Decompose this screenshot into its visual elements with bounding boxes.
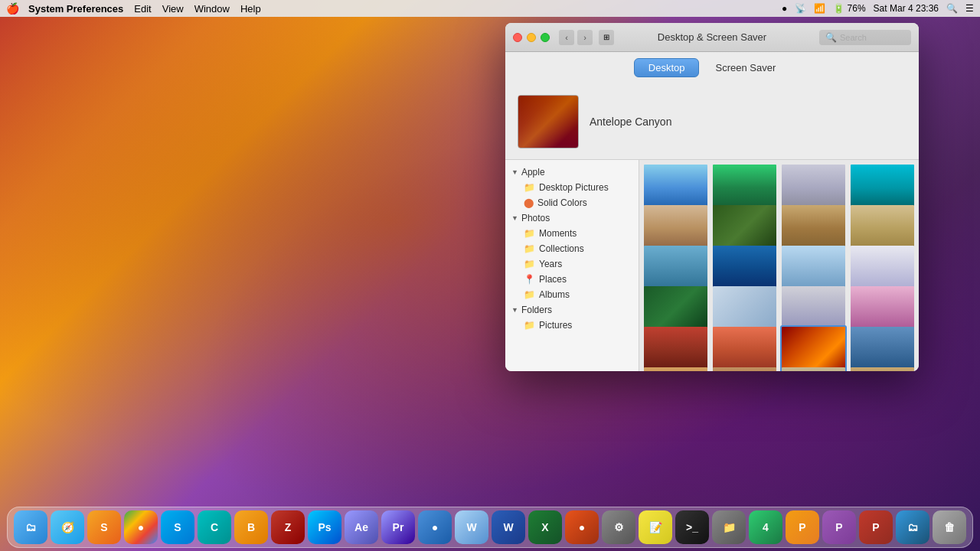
dock-item-sl[interactable]: S [87, 510, 121, 544]
edit-menu[interactable]: Edit [134, 3, 151, 15]
sidebar-item-albums-label: Albums [539, 289, 570, 300]
sidebar-item-years[interactable]: 📁 Years [505, 256, 639, 272]
thumbnail-23[interactable] [780, 366, 847, 371]
maximize-button[interactable] [541, 33, 550, 42]
view-menu[interactable]: View [162, 3, 184, 15]
clock: Sat Mar 4 23:36 [874, 3, 939, 14]
dock-item-ps-icon[interactable]: Ps [308, 510, 341, 544]
sidebar-item-desktop-pictures[interactable]: 📁 Desktop Pictures [505, 180, 639, 195]
thumbnail-19[interactable] [780, 325, 847, 371]
dock-item-fz[interactable]: Z [271, 510, 305, 544]
grid-view-button[interactable]: ⊞ [599, 30, 614, 45]
dock-item-finder2[interactable]: W [455, 510, 488, 544]
thumbnail-20[interactable] [849, 325, 916, 371]
sidebar-group-folders-label: Folders [521, 305, 552, 315]
dock-item-nums[interactable]: 4 [749, 510, 782, 544]
dock-item-purple-d[interactable]: P [822, 510, 856, 544]
navigation-buttons: ‹ › ⊞ [559, 30, 614, 45]
collapse-arrow-photos: ▼ [511, 214, 518, 222]
preview-area: Antelope Canyon [505, 83, 919, 160]
apple-menu-icon[interactable]: 🍎 [6, 2, 19, 15]
dock-item-chrome[interactable]: ● [124, 510, 158, 544]
sidebar-group-apple[interactable]: ▼ Apple [505, 165, 639, 180]
sidebar-item-solid-colors-label: Solid Colors [537, 197, 587, 208]
sidebar-item-years-label: Years [539, 259, 562, 269]
system-preferences-menu[interactable]: System Preferences [28, 3, 123, 15]
tab-bar: Desktop Screen Saver [505, 52, 919, 83]
close-button[interactable] [513, 33, 522, 42]
sidebar: ▼ Apple 📁 Desktop Pictures ⬤ Solid Color… [505, 160, 639, 371]
dock-item-pr[interactable]: Pr [381, 510, 415, 544]
sidebar-item-pictures-label: Pictures [539, 320, 572, 331]
dock-item-ae[interactable]: Ae [345, 510, 378, 544]
folder-icon-albums: 📁 [524, 289, 535, 300]
thumbnail-24[interactable] [849, 366, 916, 371]
menubar: 🍎 System Preferences Edit View Window He… [0, 0, 980, 17]
dock-item-terminal-d[interactable]: >_ [675, 510, 709, 544]
forward-button[interactable]: › [577, 30, 593, 45]
menubar-right-items: ● 📡 📶 🔋 76% Sat Mar 4 23:36 🔍 ☰ [782, 3, 974, 14]
help-menu[interactable]: Help [240, 3, 261, 15]
dock-item-orange-d[interactable]: P [786, 510, 819, 544]
dock-item-red2-d[interactable]: P [859, 510, 893, 544]
folder-icon-years: 📁 [524, 259, 535, 269]
window-menu[interactable]: Window [194, 3, 230, 15]
battery-icon: 🔋 76% [833, 3, 865, 14]
sidebar-item-collections[interactable]: 📁 Collections [505, 241, 639, 256]
minimize-button[interactable] [527, 33, 536, 42]
sidebar-group-apple-label: Apple [521, 167, 545, 178]
dock-item-skype[interactable]: S [161, 510, 194, 544]
collapse-arrow-folders: ▼ [511, 306, 518, 314]
search-icon: 🔍 [825, 32, 837, 43]
tab-desktop[interactable]: Desktop [634, 58, 700, 77]
thumbnail-21[interactable] [642, 366, 709, 371]
dock-item-files-d[interactable]: 📁 [712, 510, 746, 544]
titlebar: ‹ › ⊞ Desktop & Screen Saver 🔍 Search [505, 23, 919, 52]
tab-screensaver[interactable]: Screen Saver [701, 58, 790, 77]
folder-icon-moments: 📁 [524, 228, 535, 239]
search-placeholder: Search [840, 33, 867, 42]
dock-item-finder3-d[interactable]: 🗂 [896, 510, 929, 544]
traffic-lights [513, 33, 550, 42]
search-menu-icon[interactable]: 🔍 [946, 3, 958, 14]
dock-item-compass[interactable]: ● [565, 510, 599, 544]
dock-item-notes-d[interactable]: 📝 [639, 510, 672, 544]
folder-icon-collections: 📁 [524, 243, 535, 254]
sidebar-item-places-label: Places [539, 274, 567, 285]
sidebar-item-desktop-pictures-label: Desktop Pictures [539, 182, 609, 193]
dock-item-word[interactable]: W [492, 510, 525, 544]
sidebar-group-photos[interactable]: ▼ Photos [505, 210, 639, 226]
dock-item-blue2[interactable]: ● [418, 510, 452, 544]
airplay-icon: 📡 [795, 3, 806, 14]
sidebar-item-pictures[interactable]: 📁 Pictures [505, 318, 639, 333]
thumbnail-22[interactable] [711, 366, 778, 371]
dock-item-excel[interactable]: X [528, 510, 562, 544]
dock-item-trash-d[interactable]: 🗑 [933, 510, 966, 544]
sidebar-item-solid-colors[interactable]: ⬤ Solid Colors [505, 195, 639, 210]
folder-icon-places: 📍 [524, 274, 535, 285]
dock: 🗂🧭S●SCBZPsAePr●WWX●⚙📝>_📁4PPP🗂🗑 [7, 507, 973, 548]
desktop-screensaver-window: ‹ › ⊞ Desktop & Screen Saver 🔍 Search De… [505, 23, 919, 371]
thumbnail-grid [639, 160, 919, 371]
dock-item-cc[interactable]: C [198, 510, 231, 544]
folder-icon-pictures: 📁 [524, 320, 535, 331]
sidebar-item-collections-label: Collections [539, 243, 584, 254]
window-title: Desktop & Screen Saver [658, 31, 766, 43]
solid-icon: ⬤ [524, 197, 534, 208]
notification-icon[interactable]: ☰ [965, 3, 974, 14]
sidebar-item-moments[interactable]: 📁 Moments [505, 226, 639, 241]
thumbnail-17[interactable] [642, 325, 709, 371]
sidebar-item-moments-label: Moments [539, 228, 577, 239]
dock-item-settings-d[interactable]: ⚙ [602, 510, 635, 544]
folder-icon: 📁 [524, 182, 535, 193]
back-button[interactable]: ‹ [559, 30, 574, 45]
dock-item-basket[interactable]: B [234, 510, 268, 544]
thumbnail-18[interactable] [711, 325, 778, 371]
sidebar-item-places[interactable]: 📍 Places [505, 272, 639, 287]
sidebar-group-folders[interactable]: ▼ Folders [505, 302, 639, 318]
dock-item-safari[interactable]: 🧭 [51, 510, 84, 544]
search-box[interactable]: 🔍 Search [819, 30, 911, 45]
dock-item-finder[interactable]: 🗂 [14, 510, 47, 544]
recording-icon: ● [782, 3, 787, 14]
sidebar-item-albums[interactable]: 📁 Albums [505, 287, 639, 302]
